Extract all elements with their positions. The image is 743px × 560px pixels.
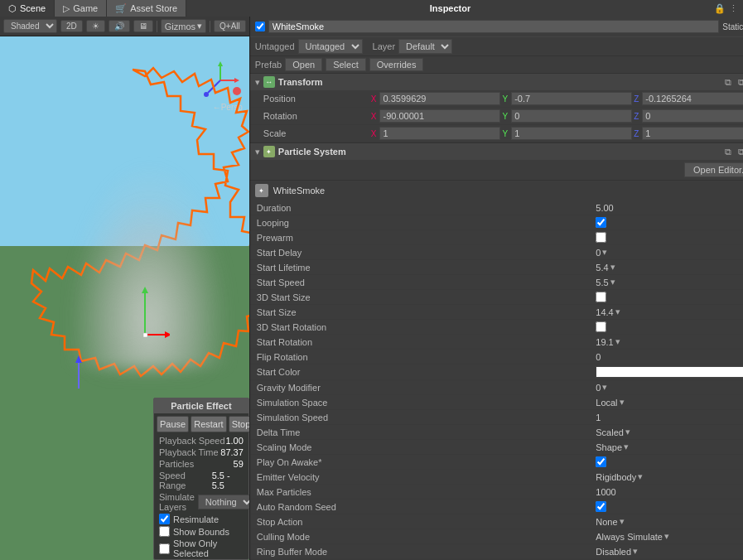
asset-store-tab[interactable]: 🛒 Asset Store xyxy=(107,0,186,17)
ps-dropdown-arrow-icon[interactable]: ▾ xyxy=(615,336,620,347)
playback-speed-value: 1.00 xyxy=(225,436,243,446)
tag-label: Untagged xyxy=(255,41,295,51)
mode-2d-button[interactable]: 2D xyxy=(60,20,83,32)
gameobject-header: Static ▾ xyxy=(250,17,743,37)
rot-x-field[interactable] xyxy=(379,109,500,123)
show-bounds-checkbox[interactable] xyxy=(159,526,170,537)
toolbar-separator xyxy=(157,21,157,32)
ps-prop-text: None xyxy=(596,517,617,527)
ps-prop-label: Looping xyxy=(257,218,596,228)
transform-icon: ↔ xyxy=(263,76,275,88)
pos-z-field[interactable] xyxy=(642,92,743,105)
ps-property-row: Auto Random Seed xyxy=(250,500,743,514)
svg-marker-13 xyxy=(75,355,82,363)
pos-y-field[interactable] xyxy=(511,92,632,105)
lock-icon[interactable]: 🔒 xyxy=(714,3,726,14)
ps-prop-color[interactable] xyxy=(596,366,743,378)
ps-property-row: Max Particles1000 xyxy=(250,485,743,500)
ps-property-row: Play On Awake* xyxy=(250,455,743,470)
ps-dropdown-arrow-icon[interactable]: ▾ xyxy=(602,382,607,393)
ps-dropdown-arrow-icon[interactable]: ▾ xyxy=(625,427,630,437)
ps-prop-checkbox[interactable] xyxy=(596,501,606,512)
scale-x-field[interactable] xyxy=(379,127,500,140)
screen-button[interactable]: 🖥 xyxy=(133,20,153,32)
show-only-selected-checkbox[interactable] xyxy=(159,543,170,554)
scene-viewport: ←Persp xyxy=(0,36,249,560)
particle-system-header[interactable]: ▾ ✦ Particle System ⧉ ⧉ ⋮ xyxy=(250,143,743,160)
rot-x-axis: X xyxy=(371,112,377,121)
ps-prop-text: 19.1 xyxy=(596,337,613,347)
ps-prop-checkbox[interactable] xyxy=(596,217,606,228)
sunlight-button[interactable]: ☀ xyxy=(86,20,105,32)
ps-prop-checkbox[interactable] xyxy=(596,321,606,332)
ps-sub-icon: ✦ xyxy=(255,184,268,197)
rot-y-field[interactable] xyxy=(511,109,632,123)
restart-button[interactable]: Restart xyxy=(191,416,226,432)
ps-dropdown-arrow-icon[interactable]: ▾ xyxy=(664,531,669,542)
ps-prop-checkbox[interactable] xyxy=(596,292,606,302)
ps-dropdown-arrow-icon[interactable]: ▾ xyxy=(620,397,625,408)
gameobject-name-field[interactable] xyxy=(268,20,719,33)
ps-prop-text: 1 xyxy=(596,413,601,422)
ps-prop-label: Simulation Space xyxy=(257,398,596,408)
rotation-value: X Y Z xyxy=(371,109,743,123)
ps-property-row: Ring Buffer ModeDisabled ▾ xyxy=(250,544,743,559)
transform-component: ▾ ↔ Transform ⧉ ⧉ ⋮ Position X Y xyxy=(250,74,743,143)
layer-dropdown[interactable]: Default xyxy=(398,39,452,54)
ps-dropdown-arrow-icon[interactable]: ▾ xyxy=(638,471,643,482)
scene-tab-label: Scene xyxy=(20,2,46,15)
ps-prop-text: Always Simulate xyxy=(596,532,663,542)
ps-dropdown-arrow-icon[interactable]: ▾ xyxy=(610,277,615,287)
pause-button[interactable]: Pause xyxy=(157,416,189,432)
ps-property-row: Delta TimeScaled ▾ xyxy=(250,425,743,440)
transform-expand-arrow: ▾ xyxy=(255,77,260,88)
stop-button[interactable]: Stop xyxy=(229,416,249,432)
transform-handles[interactable] xyxy=(120,285,170,351)
scene-tab[interactable]: ⬡ Scene xyxy=(0,0,55,17)
ps-dropdown-arrow-icon[interactable]: ▾ xyxy=(624,442,629,452)
game-tab[interactable]: ▷ Game xyxy=(55,0,107,17)
playback-speed-row: Playback Speed 1.00 xyxy=(154,435,248,447)
transform-tools: ⧉ ⧉ ⋮ xyxy=(722,77,743,88)
transform-paste-icon[interactable]: ⧉ xyxy=(736,77,743,88)
transform-title: Transform xyxy=(278,77,719,87)
rotation-label: Rotation xyxy=(263,111,371,121)
rot-z-field[interactable] xyxy=(642,109,743,123)
overrides-button[interactable]: Overrides xyxy=(369,58,424,71)
position-value: X Y Z xyxy=(371,92,743,105)
ps-dropdown-arrow-icon[interactable]: ▾ xyxy=(610,262,615,273)
search-button[interactable]: Q+All xyxy=(214,20,246,32)
ps-prop-text: Scaled xyxy=(596,427,624,437)
ps-copy-icon[interactable]: ⧉ xyxy=(722,147,734,157)
open-editor-button[interactable]: Open Editor... xyxy=(684,162,743,177)
prefab-open-button[interactable]: Open xyxy=(285,58,322,71)
ps-paste-icon[interactable]: ⧉ xyxy=(736,147,743,157)
particles-row: Particles 59 xyxy=(154,458,248,470)
shaded-dropdown[interactable]: Shaded xyxy=(3,19,57,33)
gameobject-active-checkbox[interactable] xyxy=(255,22,265,31)
ps-prop-value: Rigidbody ▾ xyxy=(596,471,743,482)
transform-component-header[interactable]: ▾ ↔ Transform ⧉ ⧉ ⋮ xyxy=(250,74,743,90)
ps-prop-text: 0 xyxy=(596,352,601,362)
prefab-select-button[interactable]: Select xyxy=(326,58,366,71)
z-axis-handle[interactable] xyxy=(66,351,91,393)
gizmos-button[interactable]: Gizmos ▾ xyxy=(161,19,206,33)
ps-prop-text: 5.5 xyxy=(596,278,608,287)
ps-prop-checkbox[interactable] xyxy=(596,232,606,243)
audio-button[interactable]: 🔊 xyxy=(109,20,130,32)
pos-x-field[interactable] xyxy=(379,92,500,105)
ps-dropdown-arrow-icon[interactable]: ▾ xyxy=(633,546,638,557)
ps-dropdown-arrow-icon[interactable]: ▾ xyxy=(620,516,625,527)
ps-dropdown-arrow-icon[interactable]: ▾ xyxy=(615,307,620,317)
tag-dropdown[interactable]: Untagged xyxy=(298,39,363,54)
more-options-icon[interactable]: ⋮ xyxy=(729,3,738,14)
ps-prop-checkbox[interactable] xyxy=(596,456,606,467)
inspector-tab-controls: 🔒 ⋮ xyxy=(714,3,743,14)
resimulate-checkbox[interactable] xyxy=(159,514,170,524)
transform-copy-icon[interactable]: ⧉ xyxy=(722,77,734,88)
scale-z-field[interactable] xyxy=(642,127,743,140)
scale-y-field[interactable] xyxy=(511,127,632,140)
ps-dropdown-arrow-icon[interactable]: ▾ xyxy=(602,247,607,258)
simulate-layers-dropdown[interactable]: Nothing xyxy=(198,495,249,509)
ps-prop-text: 0 xyxy=(596,248,601,258)
